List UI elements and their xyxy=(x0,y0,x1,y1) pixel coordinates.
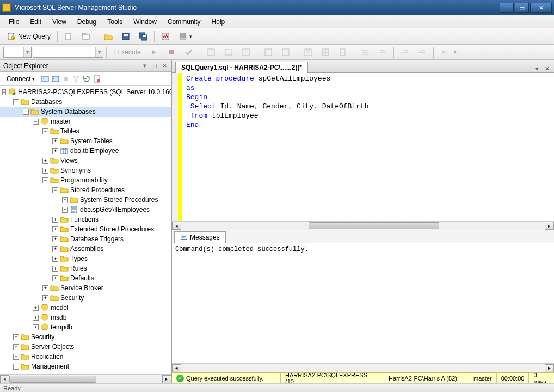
tree-node[interactable]: +System Stored Procedures xyxy=(0,195,171,205)
expand-icon[interactable]: + xyxy=(52,266,58,272)
uncomment-button[interactable] xyxy=(374,46,391,58)
tree-node[interactable]: −HARRISA2-PC\SQLEXPRESS (SQL Server 10.0… xyxy=(0,87,171,97)
menu-tools[interactable]: Tools xyxy=(102,16,128,27)
disconnect-icon[interactable] xyxy=(51,75,60,83)
expand-icon[interactable]: + xyxy=(52,256,58,262)
tree-node[interactable]: −Tables xyxy=(0,126,171,136)
menu-edit[interactable]: Edit xyxy=(24,16,47,27)
tree-node[interactable]: +Defaults xyxy=(0,273,171,283)
scroll-thumb[interactable] xyxy=(9,376,96,383)
menu-window[interactable]: Window xyxy=(128,16,162,27)
menu-view[interactable]: View xyxy=(47,16,72,27)
collapse-icon[interactable]: − xyxy=(13,99,19,105)
explorer-hscrollbar[interactable]: ◂ ▸ xyxy=(0,374,171,383)
tree-node[interactable]: +tempdb xyxy=(0,322,171,332)
include-stats-button[interactable] xyxy=(278,46,294,58)
expand-icon[interactable]: + xyxy=(13,344,19,350)
tree-node[interactable]: +Server Objects xyxy=(0,342,171,352)
tree-node[interactable]: −Databases xyxy=(0,97,171,107)
scroll-left-button[interactable]: ◂ xyxy=(0,375,9,383)
expand-icon[interactable]: + xyxy=(62,207,68,213)
collapse-icon[interactable]: − xyxy=(2,89,6,95)
expand-icon[interactable]: + xyxy=(33,305,39,311)
specify-values-button[interactable]: A↕ xyxy=(436,46,453,58)
new-project-button[interactable] xyxy=(78,30,94,42)
minimize-button[interactable]: ─ xyxy=(500,3,514,13)
report-icon[interactable] xyxy=(93,75,101,83)
tree-node[interactable]: +dbo.tblEmployee xyxy=(0,146,171,156)
expand-icon[interactable]: + xyxy=(42,158,48,164)
include-plan-button[interactable] xyxy=(260,46,276,58)
expand-icon[interactable]: + xyxy=(52,226,58,232)
tree-node[interactable]: +Service Broker xyxy=(0,283,171,293)
code-scroll-thumb[interactable] xyxy=(309,222,439,229)
collapse-icon[interactable]: − xyxy=(42,177,48,183)
results-grid-button[interactable] xyxy=(317,46,334,58)
tree-node[interactable]: +Database Triggers xyxy=(0,234,171,244)
results-file-button[interactable] xyxy=(335,46,351,58)
tab-list-button[interactable]: ▾ xyxy=(533,65,541,72)
expand-icon[interactable]: + xyxy=(33,324,39,330)
tree-node[interactable]: −Programmability xyxy=(0,175,171,185)
database-combo-small[interactable]: ▾ xyxy=(3,47,32,58)
code-text[interactable]: Create procedure spGetAllEmployees as Be… xyxy=(182,73,554,221)
menu-file[interactable]: File xyxy=(3,16,24,27)
tree-node[interactable]: +Extended Stored Procedures xyxy=(0,224,171,234)
expand-icon[interactable]: + xyxy=(62,197,68,203)
maximize-button[interactable]: ▭ xyxy=(515,3,529,13)
tree-node[interactable]: −System Databases xyxy=(0,107,171,117)
connect-button[interactable]: Connect▾ xyxy=(2,74,39,84)
stop-icon-explorer[interactable] xyxy=(61,75,70,83)
menu-help[interactable]: Help xyxy=(206,16,231,27)
tree-node[interactable]: +Synonyms xyxy=(0,166,171,175)
scroll-right-button[interactable]: ▸ xyxy=(162,375,171,383)
database-combo[interactable]: ▾ xyxy=(33,47,103,58)
tree-node[interactable]: +Rules xyxy=(0,264,171,273)
expand-icon[interactable]: + xyxy=(42,295,48,301)
registered-servers-button[interactable]: ▾ xyxy=(175,30,196,42)
messages-tab[interactable]: Messages xyxy=(174,231,226,243)
messages-hscrollbar[interactable]: ◂ ▸ xyxy=(172,363,554,372)
msg-scroll-right[interactable]: ▸ xyxy=(545,364,554,372)
stop-button[interactable] xyxy=(163,46,180,58)
tree-node[interactable]: +dbo.spGetAllEmployees xyxy=(0,205,171,215)
connect-object-explorer-icon[interactable] xyxy=(41,75,50,83)
intellisense-button[interactable] xyxy=(238,46,254,58)
tree-node[interactable]: +Management xyxy=(0,362,171,371)
object-explorer-tree[interactable]: −HARRISA2-PC\SQLEXPRESS (SQL Server 10.0… xyxy=(0,86,171,374)
tree-node[interactable]: +Views xyxy=(0,156,171,166)
expand-icon[interactable]: + xyxy=(13,364,19,370)
new-query-button[interactable]: ★ New Query xyxy=(3,30,54,42)
decrease-indent-button[interactable] xyxy=(397,46,413,58)
tree-node[interactable]: +System Tables xyxy=(0,136,171,146)
expand-icon[interactable]: + xyxy=(52,148,58,154)
expand-icon[interactable]: + xyxy=(52,246,58,252)
new-file-button[interactable] xyxy=(60,30,77,42)
collapse-icon[interactable]: − xyxy=(52,187,58,193)
save-all-button[interactable] xyxy=(135,30,151,42)
refresh-icon[interactable] xyxy=(82,75,91,83)
close-button[interactable]: ✕ xyxy=(530,3,552,13)
open-button[interactable] xyxy=(100,30,116,42)
expand-icon[interactable]: + xyxy=(52,138,58,144)
tree-node[interactable]: +Security xyxy=(0,293,171,303)
expand-icon[interactable]: + xyxy=(13,334,19,340)
tree-node[interactable]: +Security xyxy=(0,332,171,342)
results-text-button[interactable] xyxy=(300,46,316,58)
editor-hscrollbar[interactable]: ◂ ▸ xyxy=(172,221,554,230)
collapse-icon[interactable]: − xyxy=(42,128,48,134)
msg-scroll-left[interactable]: ◂ xyxy=(172,364,181,372)
debug-button[interactable] xyxy=(146,46,162,58)
editor-tab[interactable]: SQLQuery1.sql - HARRISA2-PC\......2))* xyxy=(175,62,308,73)
expand-icon[interactable]: + xyxy=(52,217,58,223)
tree-node[interactable]: +Types xyxy=(0,254,171,264)
expand-icon[interactable]: + xyxy=(13,354,19,360)
tree-node[interactable]: +Assemblies xyxy=(0,244,171,254)
tree-node[interactable]: +model xyxy=(0,303,171,313)
panel-dropdown-button[interactable]: ▾ xyxy=(141,62,149,70)
tree-node[interactable]: +Replication xyxy=(0,352,171,362)
increase-indent-button[interactable] xyxy=(414,46,430,58)
tree-node[interactable]: −master xyxy=(0,117,171,126)
panel-pin-button[interactable]: ⊓ xyxy=(151,62,158,70)
collapse-icon[interactable]: − xyxy=(23,109,29,115)
